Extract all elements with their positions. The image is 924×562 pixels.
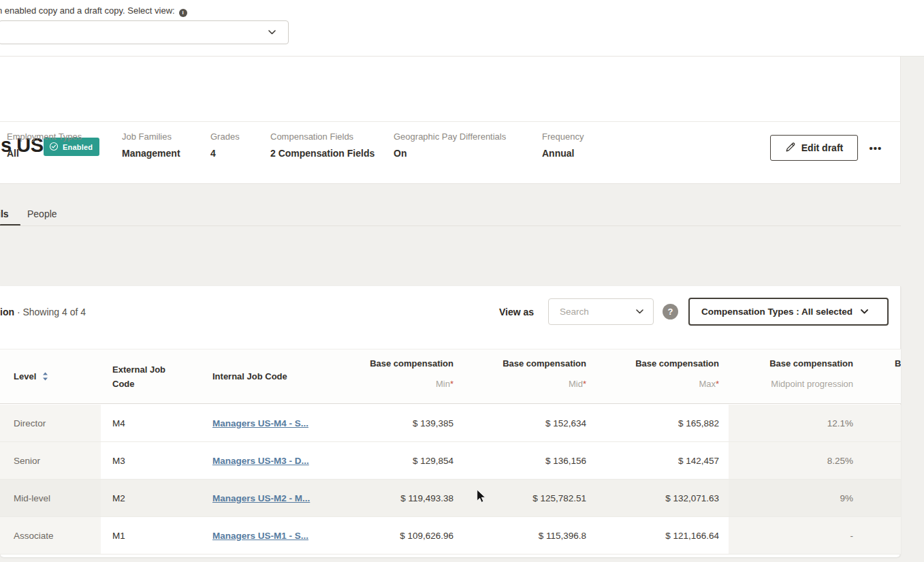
- base-comp-max-value: $ 142,457: [596, 442, 729, 479]
- base-comp-mid-value: $ 125,782.51: [463, 480, 596, 516]
- meta-geographic-pay-differentials: Geographic Pay Differentials On: [394, 131, 506, 159]
- internal-job-code-link[interactable]: Managers US-M2 - M...: [212, 493, 310, 503]
- edit-draft-button[interactable]: Edit draft: [770, 135, 858, 161]
- table-row[interactable]: AssociateM1Managers US-M1 - S...$ 109,62…: [0, 517, 901, 555]
- column-header-base-comp-max: Base compensation Max*: [596, 349, 729, 403]
- select-view-banner: n enabled copy and a draft copy. Select …: [0, 0, 924, 57]
- base-comp-max-value: $ 121,166.64: [596, 517, 729, 554]
- chevron-down-icon: [268, 30, 276, 35]
- banner-text-label: n enabled copy and a draft copy. Select …: [0, 5, 175, 16]
- view-as-label: View as: [499, 307, 534, 317]
- compensation-types-filter-label: Compensation Types : All selected: [701, 307, 853, 317]
- internal-job-code-cell: Managers US-M1 - S...: [204, 517, 327, 554]
- midpoint-progression-value: 9%: [729, 480, 891, 516]
- table-toolbar: ion · Showing 4 of 4 View as Search ? Co…: [0, 286, 901, 349]
- meta-value: 2 Compensation Fields: [270, 148, 375, 159]
- column-header-label: Internal Job Code: [212, 371, 287, 381]
- base-comp-min-value: $ 129,854: [327, 442, 463, 479]
- column-header-midpoint-progression: Base compensation Midpoint progression: [729, 349, 891, 403]
- level-value: Senior: [0, 442, 101, 479]
- chevron-down-icon: [636, 309, 643, 314]
- external-job-code-value: M4: [101, 405, 204, 441]
- base-comp-mid-value: $ 152,634: [463, 405, 596, 441]
- view-select[interactable]: [0, 20, 289, 44]
- meta-job-families: Job Families Management: [122, 131, 180, 159]
- midpoint-progression-value: 12.1%: [729, 405, 891, 441]
- internal-job-code-link[interactable]: Managers US-M3 - D...: [212, 456, 309, 466]
- row-end-spacer: [891, 405, 901, 441]
- sort-icon[interactable]: [42, 372, 48, 381]
- page: n enabled copy and a draft copy. Select …: [0, 0, 924, 562]
- meta-label: Geographic Pay Differentials: [394, 131, 506, 142]
- level-value: Mid-level: [0, 480, 101, 516]
- table-row[interactable]: SeniorM3Managers US-M3 - D...$ 129,854$ …: [0, 442, 901, 480]
- column-header-clipped: Base compensation: [891, 349, 901, 403]
- table-row[interactable]: Mid-levelM2Managers US-M2 - M...$ 119,49…: [0, 480, 901, 517]
- meta-value: Management: [122, 148, 180, 159]
- help-icon[interactable]: ?: [663, 304, 678, 319]
- column-subheader: Midpoint progression: [729, 379, 853, 389]
- table-section-title: ion · Showing 4 of 4: [0, 307, 86, 317]
- column-header-label: Base compensation: [596, 358, 719, 369]
- required-marker: *: [583, 379, 586, 389]
- level-value: Associate: [0, 517, 101, 554]
- column-header-internal-job-code: Internal Job Code: [204, 349, 327, 403]
- showing-count: · Showing 4 of 4: [14, 307, 86, 317]
- base-comp-max-value: $ 165,882: [596, 405, 729, 441]
- internal-job-code-cell: Managers US-M4 - S...: [204, 405, 327, 441]
- meta-value: On: [394, 148, 506, 159]
- meta-label: Frequency: [542, 131, 584, 142]
- column-header-external-job-code: External Job Code: [101, 349, 204, 403]
- base-comp-max-value: $ 132,071.63: [596, 480, 729, 516]
- tabs-divider: [0, 225, 901, 226]
- base-comp-min-value: $ 119,493.38: [327, 480, 463, 516]
- column-subheader: Max*: [596, 379, 719, 389]
- meta-frequency: Frequency Annual: [542, 131, 584, 159]
- tab-people[interactable]: People: [27, 208, 57, 219]
- meta-employment-types: Employment Types All: [7, 131, 82, 159]
- midpoint-progression-value: -: [729, 517, 891, 554]
- external-job-code-value: M1: [101, 517, 204, 554]
- meta-label: Employment Types: [7, 131, 82, 142]
- internal-job-code-link[interactable]: Managers US-M4 - S...: [212, 418, 308, 428]
- column-header-base-comp-mid: Base compensation Mid*: [463, 349, 596, 403]
- column-header-label: Base compensation: [895, 358, 901, 369]
- table-row[interactable]: DirectorM4Managers US-M4 - S...$ 139,385…: [0, 405, 901, 442]
- internal-job-code-cell: Managers US-M2 - M...: [204, 480, 327, 516]
- compensation-types-filter[interactable]: Compensation Types : All selected: [688, 298, 889, 326]
- table-header: Level External Job Code Internal Job Cod…: [0, 349, 901, 404]
- chevron-down-icon: [861, 309, 868, 314]
- base-comp-min-value: $ 139,385: [327, 405, 463, 441]
- internal-job-code-cell: Managers US-M3 - D...: [204, 442, 327, 479]
- info-icon[interactable]: i: [179, 9, 187, 17]
- view-as-select[interactable]: Search: [548, 298, 654, 325]
- internal-job-code-link[interactable]: Managers US-M1 - S...: [212, 531, 308, 541]
- edit-draft-label: Edit draft: [801, 142, 843, 153]
- meta-grades: Grades 4: [210, 131, 240, 159]
- view-as-select-placeholder: Search: [560, 307, 589, 317]
- row-end-spacer: [891, 517, 901, 554]
- column-header-level[interactable]: Level: [0, 349, 101, 403]
- row-end-spacer: [891, 480, 901, 516]
- column-header-label: Base compensation: [327, 358, 453, 369]
- external-job-code-value: M2: [101, 480, 204, 516]
- column-header-label: Base compensation: [463, 358, 586, 369]
- base-comp-min-value: $ 109,626.96: [327, 517, 463, 554]
- meta-label: Job Families: [122, 131, 180, 142]
- column-subheader: Mid*: [463, 379, 586, 389]
- base-comp-mid-value: $ 115,396.8: [463, 517, 596, 554]
- level-value: Director: [0, 405, 101, 441]
- meta-value: All: [7, 148, 82, 159]
- header-divider: [0, 121, 901, 122]
- more-options-button[interactable]: •••: [865, 139, 886, 157]
- meta-label: Grades: [210, 131, 240, 142]
- tab-details[interactable]: ils: [0, 208, 9, 219]
- row-end-spacer: [891, 442, 901, 479]
- meta-value: 4: [210, 148, 240, 159]
- required-marker: *: [450, 379, 453, 389]
- base-comp-mid-value: $ 136,156: [463, 442, 596, 479]
- banner-text: n enabled copy and a draft copy. Select …: [0, 5, 187, 17]
- compensation-table-card: ion · Showing 4 of 4 View as Search ? Co…: [0, 286, 901, 557]
- table-body: DirectorM4Managers US-M4 - S...$ 139,385…: [0, 405, 901, 555]
- required-marker: *: [716, 379, 719, 389]
